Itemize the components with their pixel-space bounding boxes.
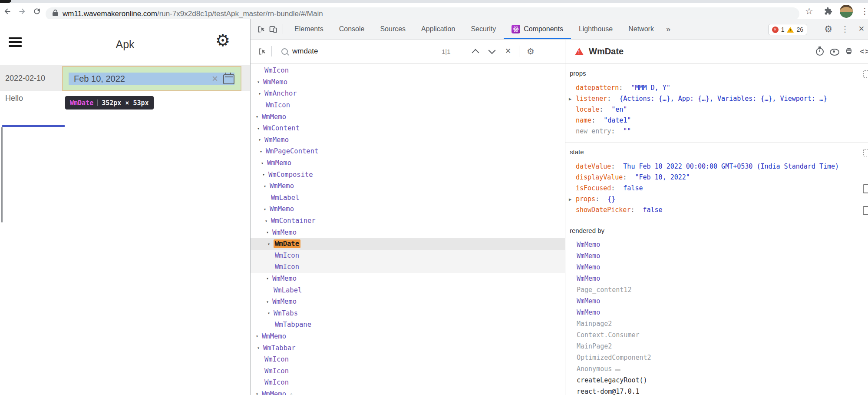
- rendered-by-item[interactable]: WmMemo: [565, 262, 868, 273]
- devtools-tab[interactable]: Components: [504, 19, 571, 39]
- expand-arrow-icon[interactable]: [256, 392, 262, 395]
- devtools-tab[interactable]: Sources: [372, 19, 413, 39]
- devtools-tab[interactable]: Elements: [287, 19, 331, 39]
- prop-value[interactable]: "MMM D, Y": [631, 84, 670, 92]
- prop-row[interactable]: datepattern "MMM D, Y": [565, 83, 868, 93]
- expand-arrow-icon[interactable]: [256, 334, 262, 339]
- profile-avatar[interactable]: [840, 5, 853, 18]
- next-result-icon[interactable]: [488, 47, 496, 54]
- rendered-by-item[interactable]: WmMemo: [565, 250, 868, 262]
- state-row[interactable]: isFocused false: [565, 183, 868, 194]
- rendered-by-item[interactable]: WmMemo: [565, 273, 868, 284]
- expand-arrow-icon[interactable]: [257, 126, 263, 131]
- tree-row[interactable]: WmIcon ⚠: [251, 377, 565, 388]
- rendered-by-item[interactable]: OptimizedComponent2: [565, 352, 868, 363]
- more-tabs-icon[interactable]: »: [662, 25, 675, 34]
- copy-state-icon[interactable]: [863, 149, 868, 156]
- clear-date-icon[interactable]: ×: [212, 73, 218, 85]
- console-issues-badge[interactable]: 1 26: [768, 24, 807, 35]
- tree-row[interactable]: WmIcon ⚠: [251, 100, 565, 111]
- rendered-by-item[interactable]: react-dom@17.0.1: [565, 386, 868, 395]
- expand-arrow-icon[interactable]: [264, 184, 270, 189]
- tree-row[interactable]: WmMemo ⚠: [251, 76, 565, 88]
- tree-row[interactable]: WmMemo ⚠: [251, 388, 565, 395]
- expand-arrow-icon[interactable]: [267, 311, 274, 315]
- devtools-tab[interactable]: Console: [331, 19, 373, 39]
- rendered-by-item[interactable]: Anonymous: [565, 363, 868, 375]
- expand-arrow-icon[interactable]: [266, 276, 272, 281]
- inspect-element-icon[interactable]: [255, 25, 267, 34]
- tree-row[interactable]: WmTabbar ⚠: [251, 342, 565, 354]
- tree-row[interactable]: WmMemo ⚠: [251, 203, 565, 215]
- expand-prop-icon[interactable]: [569, 93, 571, 104]
- rendered-by-item[interactable]: WmMemo: [565, 307, 868, 318]
- state-value[interactable]: {}: [607, 195, 615, 203]
- rendered-by-item[interactable]: Mainpage2: [565, 318, 868, 329]
- tree-row[interactable]: WmDate ⚠: [251, 238, 565, 250]
- devtools-tab[interactable]: Application: [413, 19, 463, 39]
- tree-row[interactable]: WmIcon ⚠: [251, 65, 565, 76]
- state-value[interactable]: false: [643, 206, 663, 214]
- tree-row[interactable]: WmMemo ⚠: [251, 157, 565, 169]
- expand-arrow-icon[interactable]: [257, 80, 263, 84]
- state-value[interactable]: false: [623, 184, 643, 192]
- rendered-by-item[interactable]: WmMemo: [565, 295, 868, 307]
- back-button[interactable]: [0, 7, 15, 16]
- tree-row[interactable]: WmIcon ⚠: [251, 261, 565, 273]
- rendered-by-item[interactable]: WmMemo: [565, 239, 868, 250]
- devtools-settings-icon[interactable]: ⚙: [824, 19, 832, 39]
- tree-row[interactable]: WmIcon ⚠: [251, 354, 565, 365]
- prop-value[interactable]: "": [623, 127, 631, 135]
- expand-arrow-icon[interactable]: [266, 299, 272, 304]
- view-source-icon[interactable]: <>: [860, 39, 868, 63]
- date-input[interactable]: Feb 10, 2022 ×: [69, 73, 234, 85]
- expand-arrow-icon[interactable]: [266, 230, 272, 235]
- state-value[interactable]: "Feb 10, 2022": [635, 173, 690, 181]
- expand-arrow-icon[interactable]: [257, 345, 263, 350]
- tree-row[interactable]: WmContainer ⚠: [251, 215, 565, 227]
- tree-row[interactable]: WmMemo ⚠: [251, 296, 565, 308]
- state-row[interactable]: showDatePicker false: [565, 205, 868, 216]
- left-scrollbar[interactable]: [1, 127, 3, 222]
- expand-arrow-icon[interactable]: [265, 219, 271, 223]
- prop-row[interactable]: new entry "": [565, 126, 868, 137]
- expand-arrow-icon[interactable]: [264, 207, 270, 212]
- tree-row[interactable]: WmLabel ⚠: [251, 192, 565, 204]
- expand-arrow-icon[interactable]: [267, 242, 274, 246]
- state-row[interactable]: dateValue Thu Feb 10 2022 00:00:00 GMT+0…: [565, 161, 868, 172]
- copy-props-icon[interactable]: [863, 70, 868, 78]
- rendered-by-item[interactable]: Context.Consumer: [565, 329, 868, 341]
- state-row[interactable]: displayValue "Feb 10, 2022": [565, 172, 868, 183]
- expand-state-icon[interactable]: [569, 194, 571, 205]
- expand-arrow-icon[interactable]: [261, 161, 267, 166]
- value-checkbox[interactable]: [863, 184, 868, 193]
- prop-row[interactable]: locale "en": [565, 104, 868, 115]
- tree-row[interactable]: WmMemo ⚠: [251, 273, 565, 285]
- select-component-icon[interactable]: [256, 47, 268, 56]
- prop-value[interactable]: {Actions: {…}, App: {…}, Variables: {…},…: [619, 95, 827, 103]
- clear-search-icon[interactable]: ✕: [505, 39, 511, 63]
- tree-row[interactable]: WmMemo ⚠: [251, 226, 565, 238]
- tree-row[interactable]: WmIcon ⚠: [251, 250, 565, 262]
- devtools-close-icon[interactable]: ✕: [858, 19, 865, 39]
- value-checkbox[interactable]: [863, 206, 868, 215]
- state-value[interactable]: Thu Feb 10 2022 00:00:00 GMT+0530 (India…: [623, 163, 839, 170]
- debug-icon[interactable]: [846, 48, 851, 54]
- devtools-tab[interactable]: Lighthouse: [571, 19, 620, 39]
- expand-arrow-icon[interactable]: [256, 114, 262, 119]
- forward-button[interactable]: [15, 7, 30, 16]
- rendered-by-item[interactable]: createLegacyRoot(): [565, 375, 868, 386]
- prop-value[interactable]: "date1": [604, 116, 631, 124]
- devtools-tab[interactable]: Security: [463, 19, 504, 39]
- reload-button[interactable]: [30, 7, 44, 16]
- tree-row[interactable]: WmPageContent ⚠: [251, 146, 565, 157]
- prop-row[interactable]: listener {Actions: {…}, App: {…}, Variab…: [565, 93, 868, 104]
- tree-row[interactable]: WmTabs ⚠: [251, 307, 565, 319]
- components-settings-icon[interactable]: ⚙: [527, 39, 535, 63]
- expand-arrow-icon[interactable]: [258, 91, 264, 96]
- tree-row[interactable]: WmMemo ⚠: [251, 180, 565, 192]
- log-timing-icon[interactable]: [816, 48, 824, 56]
- tree-row[interactable]: WmComposite ⚠: [251, 169, 565, 180]
- tree-row[interactable]: WmAnchor ⚠: [251, 88, 565, 100]
- expand-arrow-icon[interactable]: [262, 172, 268, 177]
